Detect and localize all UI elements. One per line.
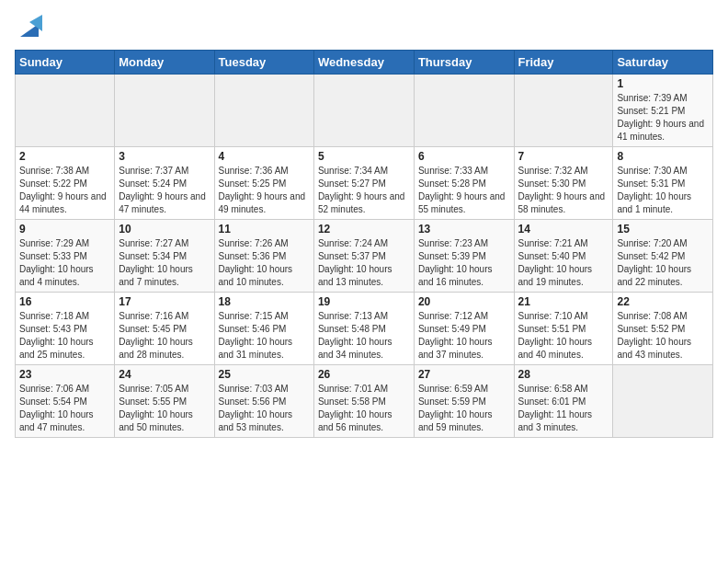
calendar-day-cell: 1Sunrise: 7:39 AM Sunset: 5:21 PM Daylig…	[613, 75, 713, 147]
calendar-day-header: Thursday	[414, 51, 514, 75]
day-number: 13	[418, 223, 510, 236]
calendar-day-header: Wednesday	[313, 51, 414, 75]
day-number: 11	[219, 223, 310, 236]
day-info: Sunrise: 7:36 AM Sunset: 5:25 PM Dayligh…	[219, 165, 310, 216]
day-info: Sunrise: 7:27 AM Sunset: 5:34 PM Dayligh…	[119, 237, 210, 289]
calendar-day-cell	[16, 75, 115, 147]
calendar-day-cell	[414, 75, 514, 147]
day-number: 14	[518, 223, 609, 236]
day-number: 7	[518, 150, 609, 163]
calendar-day-cell: 12Sunrise: 7:24 AM Sunset: 5:37 PM Dayli…	[313, 220, 414, 293]
day-number: 9	[19, 223, 110, 236]
day-info: Sunrise: 7:23 AM Sunset: 5:39 PM Dayligh…	[418, 237, 510, 289]
calendar-day-cell	[115, 75, 214, 147]
day-info: Sunrise: 6:58 AM Sunset: 6:01 PM Dayligh…	[518, 383, 609, 434]
calendar-day-header: Friday	[514, 51, 613, 75]
day-number: 15	[617, 223, 709, 236]
calendar: SundayMondayTuesdayWednesdayThursdayFrid…	[15, 50, 713, 438]
calendar-day-header: Sunday	[16, 51, 115, 75]
day-number: 10	[119, 223, 210, 236]
day-info: Sunrise: 7:06 AM Sunset: 5:54 PM Dayligh…	[19, 383, 110, 434]
day-info: Sunrise: 7:39 AM Sunset: 5:21 PM Dayligh…	[617, 92, 709, 144]
day-info: Sunrise: 7:34 AM Sunset: 5:27 PM Dayligh…	[318, 165, 410, 216]
day-number: 28	[518, 368, 609, 381]
calendar-day-cell: 16Sunrise: 7:18 AM Sunset: 5:43 PM Dayli…	[16, 293, 115, 365]
calendar-day-cell: 17Sunrise: 7:16 AM Sunset: 5:45 PM Dayli…	[115, 293, 214, 365]
day-info: Sunrise: 7:38 AM Sunset: 5:22 PM Dayligh…	[19, 165, 110, 216]
calendar-day-cell: 10Sunrise: 7:27 AM Sunset: 5:34 PM Dayli…	[115, 220, 214, 293]
calendar-day-cell: 24Sunrise: 7:05 AM Sunset: 5:55 PM Dayli…	[115, 365, 214, 438]
calendar-day-cell: 11Sunrise: 7:26 AM Sunset: 5:36 PM Dayli…	[214, 220, 313, 293]
day-number: 8	[617, 150, 709, 163]
day-number: 2	[19, 150, 110, 163]
day-info: Sunrise: 7:37 AM Sunset: 5:24 PM Dayligh…	[119, 165, 210, 216]
calendar-day-header: Monday	[115, 51, 214, 75]
calendar-day-header: Saturday	[613, 51, 713, 75]
day-number: 20	[418, 295, 510, 308]
calendar-week-row: 2Sunrise: 7:38 AM Sunset: 5:22 PM Daylig…	[16, 147, 713, 220]
day-number: 22	[617, 295, 709, 308]
day-info: Sunrise: 7:01 AM Sunset: 5:58 PM Dayligh…	[318, 383, 410, 434]
calendar-day-cell: 27Sunrise: 6:59 AM Sunset: 5:59 PM Dayli…	[414, 365, 514, 438]
day-number: 25	[219, 368, 310, 381]
calendar-week-row: 16Sunrise: 7:18 AM Sunset: 5:43 PM Dayli…	[16, 293, 713, 365]
calendar-day-cell: 5Sunrise: 7:34 AM Sunset: 5:27 PM Daylig…	[313, 147, 414, 220]
day-info: Sunrise: 7:18 AM Sunset: 5:43 PM Dayligh…	[19, 310, 110, 362]
calendar-day-cell	[514, 75, 613, 147]
day-number: 27	[418, 368, 510, 381]
calendar-day-cell: 9Sunrise: 7:29 AM Sunset: 5:33 PM Daylig…	[16, 220, 115, 293]
day-info: Sunrise: 7:10 AM Sunset: 5:51 PM Dayligh…	[518, 310, 609, 362]
day-info: Sunrise: 7:16 AM Sunset: 5:45 PM Dayligh…	[119, 310, 210, 362]
calendar-day-cell: 23Sunrise: 7:06 AM Sunset: 5:54 PM Dayli…	[16, 365, 115, 438]
calendar-day-cell: 19Sunrise: 7:13 AM Sunset: 5:48 PM Dayli…	[313, 293, 414, 365]
day-info: Sunrise: 6:59 AM Sunset: 5:59 PM Dayligh…	[418, 383, 510, 434]
calendar-day-cell	[214, 75, 313, 147]
day-info: Sunrise: 7:24 AM Sunset: 5:37 PM Dayligh…	[318, 237, 410, 289]
day-info: Sunrise: 7:13 AM Sunset: 5:48 PM Dayligh…	[318, 310, 410, 362]
calendar-day-cell: 3Sunrise: 7:37 AM Sunset: 5:24 PM Daylig…	[115, 147, 214, 220]
day-info: Sunrise: 7:29 AM Sunset: 5:33 PM Dayligh…	[19, 237, 110, 289]
calendar-day-cell: 2Sunrise: 7:38 AM Sunset: 5:22 PM Daylig…	[16, 147, 115, 220]
day-number: 6	[418, 150, 510, 163]
day-info: Sunrise: 7:30 AM Sunset: 5:31 PM Dayligh…	[617, 165, 709, 216]
calendar-day-cell: 4Sunrise: 7:36 AM Sunset: 5:25 PM Daylig…	[214, 147, 313, 220]
day-number: 23	[19, 368, 110, 381]
day-info: Sunrise: 7:15 AM Sunset: 5:46 PM Dayligh…	[219, 310, 310, 362]
day-info: Sunrise: 7:21 AM Sunset: 5:40 PM Dayligh…	[518, 237, 609, 289]
logo	[15, 15, 42, 40]
day-number: 4	[219, 150, 310, 163]
calendar-day-cell: 15Sunrise: 7:20 AM Sunset: 5:42 PM Dayli…	[613, 220, 713, 293]
day-info: Sunrise: 7:08 AM Sunset: 5:52 PM Dayligh…	[617, 310, 709, 362]
day-info: Sunrise: 7:32 AM Sunset: 5:30 PM Dayligh…	[518, 165, 609, 216]
day-number: 3	[119, 150, 210, 163]
day-number: 5	[318, 150, 410, 163]
calendar-day-cell: 6Sunrise: 7:33 AM Sunset: 5:28 PM Daylig…	[414, 147, 514, 220]
calendar-day-cell: 8Sunrise: 7:30 AM Sunset: 5:31 PM Daylig…	[613, 147, 713, 220]
calendar-day-cell: 28Sunrise: 6:58 AM Sunset: 6:01 PM Dayli…	[514, 365, 613, 438]
calendar-day-header: Tuesday	[214, 51, 313, 75]
calendar-week-row: 23Sunrise: 7:06 AM Sunset: 5:54 PM Dayli…	[16, 365, 713, 438]
calendar-header-row: SundayMondayTuesdayWednesdayThursdayFrid…	[16, 51, 713, 75]
calendar-day-cell: 21Sunrise: 7:10 AM Sunset: 5:51 PM Dayli…	[514, 293, 613, 365]
calendar-day-cell: 25Sunrise: 7:03 AM Sunset: 5:56 PM Dayli…	[214, 365, 313, 438]
calendar-day-cell: 18Sunrise: 7:15 AM Sunset: 5:46 PM Dayli…	[214, 293, 313, 365]
day-info: Sunrise: 7:12 AM Sunset: 5:49 PM Dayligh…	[418, 310, 510, 362]
day-number: 1	[617, 77, 709, 90]
page: SundayMondayTuesdayWednesdayThursdayFrid…	[0, 0, 728, 447]
calendar-day-cell: 26Sunrise: 7:01 AM Sunset: 5:58 PM Dayli…	[313, 365, 414, 438]
day-number: 26	[318, 368, 410, 381]
calendar-day-cell	[613, 365, 713, 438]
day-number: 19	[318, 295, 410, 308]
calendar-day-cell: 22Sunrise: 7:08 AM Sunset: 5:52 PM Dayli…	[613, 293, 713, 365]
day-info: Sunrise: 7:20 AM Sunset: 5:42 PM Dayligh…	[617, 237, 709, 289]
day-number: 17	[119, 295, 210, 308]
calendar-day-cell: 13Sunrise: 7:23 AM Sunset: 5:39 PM Dayli…	[414, 220, 514, 293]
calendar-day-cell: 14Sunrise: 7:21 AM Sunset: 5:40 PM Dayli…	[514, 220, 613, 293]
day-info: Sunrise: 7:33 AM Sunset: 5:28 PM Dayligh…	[418, 165, 510, 216]
day-number: 24	[119, 368, 210, 381]
calendar-day-cell	[313, 75, 414, 147]
day-info: Sunrise: 7:05 AM Sunset: 5:55 PM Dayligh…	[119, 383, 210, 434]
header	[15, 15, 713, 40]
calendar-week-row: 9Sunrise: 7:29 AM Sunset: 5:33 PM Daylig…	[16, 220, 713, 293]
day-number: 21	[518, 295, 609, 308]
